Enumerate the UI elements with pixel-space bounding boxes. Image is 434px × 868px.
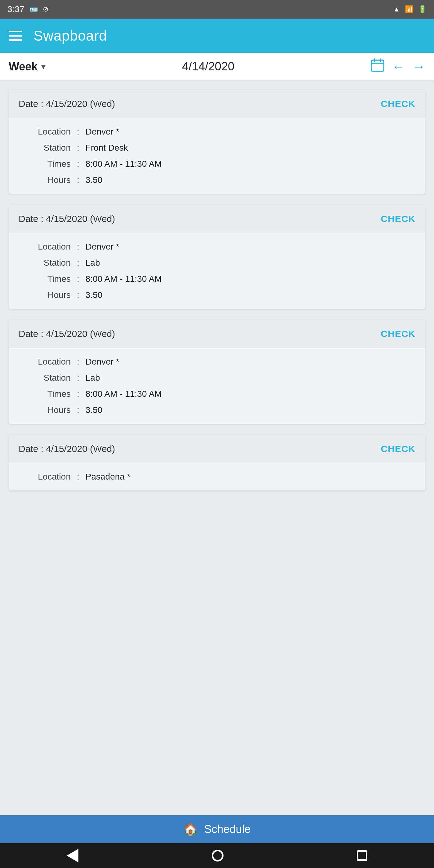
field-label: Location: [21, 472, 71, 482]
check-button[interactable]: CHECK: [381, 444, 415, 454]
field-value: Denver *: [86, 357, 119, 367]
field-label: Station: [21, 373, 71, 383]
field-label: Location: [21, 242, 71, 252]
shift-card: Date : 4/15/2020 (Wed)CHECKLocation : De…: [9, 90, 425, 194]
table-row: Location : Denver *: [21, 127, 413, 137]
home-button[interactable]: [212, 850, 223, 862]
separator: :: [77, 389, 80, 399]
field-value: 8:00 AM - 11:30 AM: [86, 274, 162, 284]
field-value: Lab: [86, 258, 100, 268]
svg-rect-0: [371, 60, 384, 71]
table-row: Times : 8:00 AM - 11:30 AM: [21, 274, 413, 284]
app-bar: Swapboard: [0, 19, 434, 53]
sim-card-icon: 🪪: [29, 5, 38, 13]
field-label: Location: [21, 127, 71, 137]
separator: :: [77, 258, 80, 268]
home-icon: 🏠: [183, 823, 198, 836]
table-row: Hours : 3.50: [21, 290, 413, 300]
field-value: 8:00 AM - 11:30 AM: [86, 389, 162, 399]
card-date: Date : 4/15/2020 (Wed): [19, 329, 115, 339]
recents-button[interactable]: [357, 850, 367, 861]
field-value: 3.50: [86, 175, 103, 185]
bottom-nav[interactable]: 🏠 Schedule: [0, 815, 434, 843]
card-header: Date : 4/15/2020 (Wed)CHECK: [9, 90, 425, 118]
check-button[interactable]: CHECK: [381, 214, 415, 224]
field-value: Denver *: [86, 127, 119, 137]
arrow-right-icon[interactable]: →: [412, 59, 425, 74]
table-row: Location : Denver *: [21, 357, 413, 367]
separator: :: [77, 143, 80, 153]
field-label: Hours: [21, 290, 71, 300]
table-row: Location : Pasadena *: [21, 472, 413, 482]
shift-card: Date : 4/15/2020 (Wed)CHECKLocation : De…: [9, 320, 425, 424]
card-header: Date : 4/15/2020 (Wed)CHECK: [9, 435, 425, 463]
card-date: Date : 4/15/2020 (Wed): [19, 214, 115, 224]
check-button[interactable]: CHECK: [381, 99, 415, 109]
table-row: Hours : 3.50: [21, 175, 413, 185]
separator: :: [77, 373, 80, 383]
field-value: Denver *: [86, 242, 119, 252]
chevron-down-icon[interactable]: ▾: [41, 61, 45, 72]
separator: :: [77, 242, 80, 252]
svg-rect-1: [371, 63, 384, 64]
table-row: Station : Lab: [21, 258, 413, 268]
calendar-icon[interactable]: [371, 58, 384, 75]
field-value: 8:00 AM - 11:30 AM: [86, 159, 162, 169]
status-bar: 3:37 🪪 ⊘ ▲ 📶 🔋: [0, 0, 434, 19]
table-row: Location : Denver *: [21, 242, 413, 252]
field-label: Hours: [21, 175, 71, 185]
separator: :: [77, 274, 80, 284]
separator: :: [77, 472, 80, 482]
battery-icon: 🔋: [418, 5, 427, 13]
separator: :: [77, 159, 80, 169]
back-button[interactable]: [67, 849, 79, 862]
field-value: 3.50: [86, 405, 103, 415]
field-value: Pasadena *: [86, 472, 130, 482]
separator: :: [77, 175, 80, 185]
check-button[interactable]: CHECK: [381, 329, 415, 339]
menu-button[interactable]: [9, 31, 22, 41]
field-value: Front Desk: [86, 143, 128, 153]
table-row: Times : 8:00 AM - 11:30 AM: [21, 159, 413, 169]
field-label: Times: [21, 159, 71, 169]
table-row: Times : 8:00 AM - 11:30 AM: [21, 389, 413, 399]
card-header: Date : 4/15/2020 (Wed)CHECK: [9, 205, 425, 233]
shift-card: Date : 4/15/2020 (Wed)CHECKLocation : De…: [9, 205, 425, 309]
card-date: Date : 4/15/2020 (Wed): [19, 99, 115, 109]
card-body: Location : Denver *Station : Front DeskT…: [9, 118, 425, 194]
week-nav: ← →: [371, 58, 425, 75]
field-label: Station: [21, 258, 71, 268]
card-body: Location : Pasadena *: [9, 463, 425, 490]
field-label: Times: [21, 274, 71, 284]
week-selector: Week ▾ 4/14/2020 ← →: [0, 53, 434, 81]
wifi-icon: ▲: [393, 5, 400, 13]
schedule-label: Schedule: [204, 823, 250, 836]
table-row: Station : Front Desk: [21, 143, 413, 153]
separator: :: [77, 290, 80, 300]
field-label: Location: [21, 357, 71, 367]
separator: :: [77, 357, 80, 367]
time-display: 3:37: [7, 4, 25, 14]
field-value: Lab: [86, 373, 100, 383]
signal-icon: 📶: [405, 5, 413, 13]
separator: :: [77, 127, 80, 137]
table-row: Station : Lab: [21, 373, 413, 383]
field-value: 3.50: [86, 290, 103, 300]
separator: :: [77, 405, 80, 415]
card-body: Location : Denver *Station : LabTimes : …: [9, 233, 425, 309]
shift-card: Date : 4/15/2020 (Wed)CHECKLocation : Pa…: [9, 435, 425, 490]
field-label: Hours: [21, 405, 71, 415]
android-nav: [0, 843, 434, 868]
no-entry-icon: ⊘: [43, 5, 49, 13]
table-row: Hours : 3.50: [21, 405, 413, 415]
card-header: Date : 4/15/2020 (Wed)CHECK: [9, 320, 425, 348]
card-body: Location : Denver *Station : LabTimes : …: [9, 348, 425, 424]
field-label: Station: [21, 143, 71, 153]
arrow-left-icon[interactable]: ←: [392, 59, 405, 74]
card-date: Date : 4/15/2020 (Wed): [19, 444, 115, 454]
main-content: Date : 4/15/2020 (Wed)CHECKLocation : De…: [0, 81, 434, 500]
app-title: Swapboard: [33, 27, 107, 44]
week-date: 4/14/2020: [45, 60, 371, 73]
week-label: Week: [9, 60, 37, 73]
field-label: Times: [21, 389, 71, 399]
